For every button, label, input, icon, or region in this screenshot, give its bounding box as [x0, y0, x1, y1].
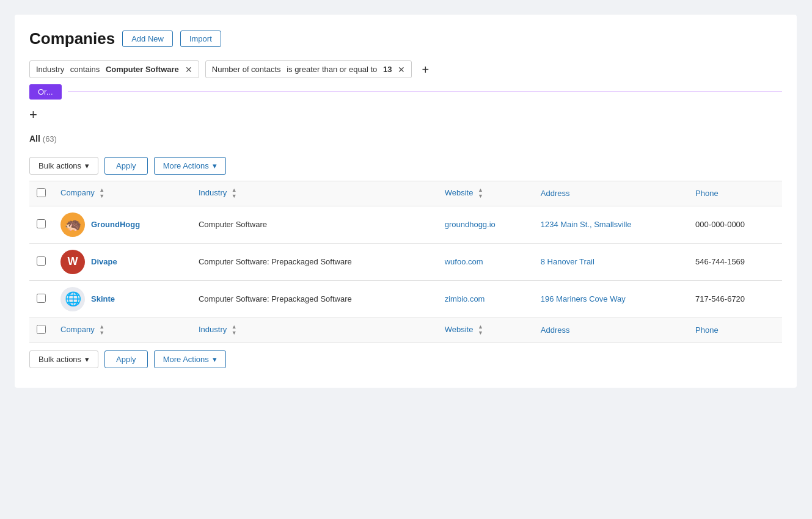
bulk-actions-label-bottom: Bulk actions	[38, 355, 81, 364]
phone-text: 000-000-0000	[695, 220, 745, 229]
select-all-checkbox[interactable]	[37, 188, 46, 197]
header-phone-label: Phone	[695, 189, 719, 198]
top-toolbar: Bulk actions ▾ Apply More Actions ▾	[29, 151, 782, 181]
company-name-link[interactable]: Divape	[91, 257, 117, 266]
companies-table: Company ▲▼ Industry ▲▼ Website ▲▼ Addres…	[29, 181, 782, 343]
industry-filter-remove[interactable]: ✕	[185, 65, 192, 74]
apply-button-bottom[interactable]: Apply	[104, 350, 148, 368]
or-divider	[68, 92, 782, 92]
header-website[interactable]: Website ▲▼	[437, 181, 533, 206]
footer-address-label: Address	[541, 325, 570, 335]
header-checkbox-cell	[29, 181, 53, 206]
footer-phone-label: Phone	[695, 325, 719, 335]
company-address: 8 Hanover Trail	[533, 243, 688, 280]
page-header: Companies Add New Import	[29, 29, 782, 48]
page-container: Companies Add New Import Industry contai…	[15, 15, 797, 388]
address-text: 196 Mariners Cove Way	[541, 294, 626, 303]
footer-industry-sort[interactable]: ▲▼	[232, 324, 237, 336]
company-address: 1234 Main St., Smallsville	[533, 206, 688, 243]
bulk-actions-chevron-bottom: ▾	[85, 355, 89, 364]
count-badge: (63)	[43, 134, 57, 143]
footer-company-label: Company	[60, 325, 95, 334]
company-industry: Computer Software: Prepackaged Software	[191, 280, 437, 318]
footer-address: Address	[533, 318, 688, 343]
contacts-filter-tag[interactable]: Number of contacts is greater than or eq…	[205, 60, 412, 78]
company-industry: Computer Software: Prepackaged Software	[191, 243, 437, 280]
bulk-actions-button-bottom[interactable]: Bulk actions ▾	[29, 350, 98, 368]
footer-checkbox-cell	[29, 318, 53, 343]
contacts-filter-operator: is greater than or equal to	[285, 65, 379, 74]
company-name-link[interactable]: Skinte	[91, 294, 115, 303]
filter-row: Industry contains Computer Software ✕ Nu…	[29, 60, 782, 78]
or-button[interactable]: Or...	[29, 84, 62, 100]
company-cell: 🦔 GroundHogg	[60, 212, 184, 237]
company-phone: 546-744-1569	[688, 243, 782, 280]
add-filter-button[interactable]: +	[418, 61, 433, 78]
company-cell: W Divape	[60, 250, 184, 274]
more-actions-chevron-top: ▾	[213, 161, 217, 170]
more-actions-button-top[interactable]: More Actions ▾	[154, 157, 226, 175]
all-count: All (63)	[29, 134, 782, 143]
address-text: 1234 Main St., Smallsville	[541, 220, 632, 229]
all-label: All	[29, 134, 40, 143]
footer-website-label: Website	[445, 325, 474, 334]
company-website-link[interactable]: zimbio.com	[445, 294, 485, 303]
company-website-link[interactable]: wufoo.com	[445, 257, 483, 266]
select-all-footer-checkbox[interactable]	[37, 325, 46, 334]
row-checkbox[interactable]	[37, 219, 46, 228]
apply-button-top[interactable]: Apply	[104, 157, 148, 175]
company-avatar: 🦔	[60, 212, 85, 237]
bulk-actions-button-top[interactable]: Bulk actions ▾	[29, 157, 98, 175]
table-row: W Divape Computer Software: Prepackaged …	[29, 243, 782, 280]
row-checkbox[interactable]	[37, 256, 46, 266]
phone-text: 546-744-1569	[695, 257, 745, 266]
address-text: 8 Hanover Trail	[541, 257, 594, 266]
footer-phone: Phone	[688, 318, 782, 343]
footer-company[interactable]: Company ▲▼	[53, 318, 191, 343]
header-phone: Phone	[688, 181, 782, 206]
company-name-link[interactable]: GroundHogg	[91, 220, 140, 229]
bulk-actions-chevron-top: ▾	[85, 161, 89, 170]
page-title: Companies	[29, 29, 115, 48]
header-industry-label: Industry	[199, 188, 227, 197]
industry-filter-prefix: Industry	[36, 65, 64, 74]
company-avatar: 🌐	[60, 287, 85, 311]
footer-company-sort[interactable]: ▲▼	[99, 324, 104, 336]
more-actions-label-top: More Actions	[163, 161, 209, 170]
footer-industry[interactable]: Industry ▲▼	[191, 318, 437, 343]
more-actions-label-bottom: More Actions	[163, 355, 209, 364]
phone-text: 717-546-6720	[695, 294, 745, 303]
more-actions-chevron-bottom: ▾	[213, 355, 217, 364]
company-address: 196 Mariners Cove Way	[533, 280, 688, 318]
import-button[interactable]: Import	[180, 31, 221, 47]
company-avatar: W	[60, 250, 85, 274]
add-group-button[interactable]: +	[29, 107, 37, 123]
more-actions-button-bottom[interactable]: More Actions ▾	[154, 350, 226, 368]
table-footer-row: Company ▲▼ Industry ▲▼ Website ▲▼ Addres…	[29, 318, 782, 343]
footer-website-sort[interactable]: ▲▼	[478, 324, 483, 336]
table-row: 🌐 Skinte Computer Software: Prepackaged …	[29, 280, 782, 318]
company-cell: 🌐 Skinte	[60, 287, 184, 311]
industry-sort-icon[interactable]: ▲▼	[232, 187, 237, 200]
company-industry: Computer Software	[191, 206, 437, 243]
company-website-link[interactable]: groundhogg.io	[445, 220, 496, 229]
company-sort-icon[interactable]: ▲▼	[99, 187, 104, 200]
industry-filter-tag[interactable]: Industry contains Computer Software ✕	[29, 60, 199, 78]
table-header-row: Company ▲▼ Industry ▲▼ Website ▲▼ Addres…	[29, 181, 782, 206]
header-address-label: Address	[541, 189, 570, 198]
add-new-button[interactable]: Add New	[122, 31, 173, 47]
footer-website[interactable]: Website ▲▼	[437, 318, 533, 343]
bulk-actions-label-top: Bulk actions	[38, 161, 81, 170]
header-website-label: Website	[445, 188, 474, 197]
footer-industry-label: Industry	[199, 325, 227, 334]
row-checkbox[interactable]	[37, 294, 46, 303]
industry-filter-operator: contains	[68, 65, 102, 74]
header-company[interactable]: Company ▲▼	[53, 181, 191, 206]
contacts-filter-prefix: Number of contacts	[212, 65, 281, 74]
bottom-toolbar: Bulk actions ▾ Apply More Actions ▾	[29, 343, 782, 368]
add-group-row: +	[29, 107, 782, 123]
industry-filter-value: Computer Software	[106, 65, 179, 74]
website-sort-icon[interactable]: ▲▼	[478, 187, 483, 200]
contacts-filter-remove[interactable]: ✕	[398, 65, 405, 74]
header-industry[interactable]: Industry ▲▼	[191, 181, 437, 206]
